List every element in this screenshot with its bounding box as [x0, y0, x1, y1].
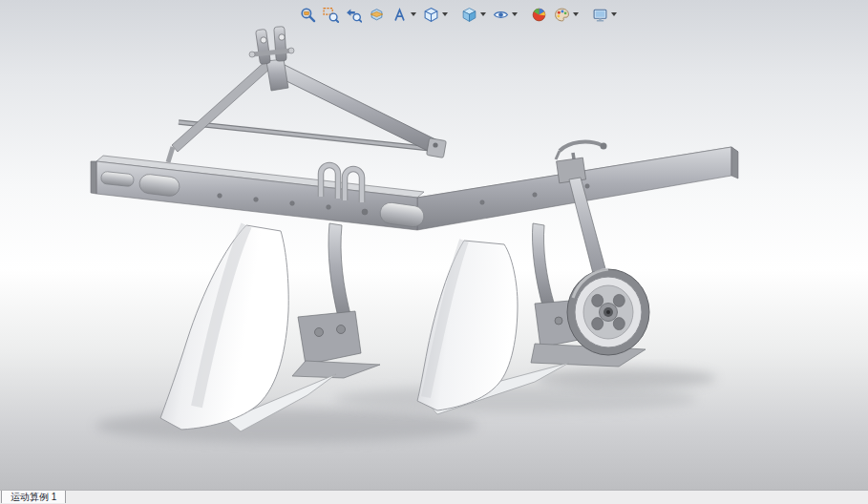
eye-icon	[493, 7, 509, 23]
apply-scene-button[interactable]	[552, 4, 581, 25]
previous-view-button[interactable]	[344, 4, 364, 25]
shaded-cube-icon	[461, 7, 477, 23]
dropdown-arrow-icon[interactable]	[611, 12, 617, 16]
edit-appearance-button[interactable]	[529, 4, 549, 25]
motion-study-tab-label: 运动算例 1	[11, 492, 56, 502]
zoom-to-area-button[interactable]	[321, 4, 341, 25]
heads-up-toolbar	[298, 3, 619, 26]
display-style-button[interactable]	[459, 4, 488, 25]
wire-cube-icon	[423, 7, 439, 23]
hitch-linkage[interactable]	[168, 27, 446, 162]
section-view-button[interactable]	[367, 4, 387, 25]
magnifier-icon	[300, 7, 316, 23]
plow-assembly-model[interactable]	[0, 0, 868, 490]
graphics-viewport[interactable]	[0, 0, 868, 490]
view-orientation-button[interactable]	[421, 4, 450, 25]
hide-show-items-button[interactable]	[491, 4, 519, 25]
solidworks-window: 运动算例 1	[0, 0, 868, 504]
magnifier-area-icon	[323, 7, 339, 23]
magnifier-back-icon	[346, 7, 362, 23]
motion-study-tab[interactable]: 运动算例 1	[1, 491, 66, 503]
section-cube-icon	[369, 7, 385, 23]
annotation-a-icon	[392, 7, 408, 23]
dynamic-annotation-views-button[interactable]	[390, 4, 418, 25]
zoom-to-fit-button[interactable]	[298, 4, 318, 25]
motion-study-bar: 运动算例 1	[0, 490, 868, 504]
color-ball-icon	[531, 7, 547, 23]
dropdown-arrow-icon[interactable]	[442, 12, 448, 16]
monitor-icon	[592, 7, 608, 23]
view-settings-button[interactable]	[590, 4, 619, 25]
dropdown-arrow-icon[interactable]	[573, 12, 579, 16]
dropdown-arrow-icon[interactable]	[480, 12, 486, 16]
palette-icon	[554, 7, 570, 23]
dropdown-arrow-icon[interactable]	[411, 12, 416, 16]
dropdown-arrow-icon[interactable]	[512, 12, 518, 16]
depth-wheel[interactable]	[567, 269, 649, 355]
